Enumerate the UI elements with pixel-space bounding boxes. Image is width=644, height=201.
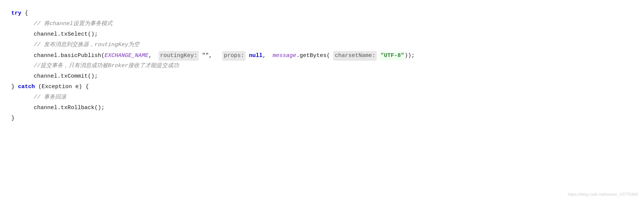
publish-comma2: ,: [262, 51, 273, 60]
keyword-null: null: [249, 51, 262, 60]
keyword-catch: catch: [18, 82, 35, 92]
routing-key-value: "",: [199, 51, 222, 60]
message-param: message: [273, 51, 296, 60]
brace-open: {: [21, 9, 28, 18]
utf8-value: "UTF-8": [380, 51, 404, 60]
txcommit-call: channel.txCommit();: [34, 72, 98, 81]
code-block: try { // 将channel设置为事务模式 channel.txSelec…: [0, 0, 644, 201]
line-catch: } catch (Exception e) {: [11, 82, 633, 93]
comment-channel-tx: // 将channel设置为事务模式: [34, 20, 112, 28]
line-publish: channel.basicPublish(EXCHANGE_NAME, rout…: [11, 51, 633, 62]
publish-close: ));: [404, 51, 415, 60]
charset-space: [377, 51, 380, 60]
line-txcommit: channel.txCommit();: [11, 72, 633, 82]
props-space: [246, 51, 249, 60]
comment-rollback: // 事务回滚: [34, 93, 66, 102]
line-txrollback: channel.txRollback();: [11, 104, 633, 114]
publish-prefix: channel.basicPublish(: [34, 51, 105, 60]
charset-label: charsetName:: [333, 51, 377, 61]
routing-key-label: routingKey:: [159, 51, 199, 61]
line-try: try {: [11, 9, 633, 20]
line-comment2: // 发布消息到交换器，routingKey为空: [11, 40, 633, 51]
keyword-try: try: [11, 9, 21, 18]
brace-close-catch: }: [11, 114, 15, 123]
line-txselect: channel.txSelect();: [11, 30, 633, 40]
props-label: props:: [222, 51, 246, 61]
line-comment1: // 将channel设置为事务模式: [11, 20, 633, 30]
line-comment3: //提交事务，只有消息成功被Broker接收了才能提交成功: [11, 62, 633, 72]
comment-publish: // 发布消息到交换器，routingKey为空: [34, 40, 139, 50]
txrollback-call: channel.txRollback();: [34, 104, 105, 112]
line-close: }: [11, 114, 633, 124]
txselect-call: channel.txSelect();: [34, 30, 98, 39]
comment-commit: //提交事务，只有消息成功被Broker接收了才能提交成功: [34, 62, 179, 70]
brace-close-try: }: [11, 82, 18, 92]
publish-comma1: ,: [148, 51, 159, 60]
getbytes-prefix: .getBytes(: [296, 51, 333, 60]
exchange-name-param: EXCHANGE_NAME: [105, 51, 148, 60]
line-comment4: // 事务回滚: [11, 93, 633, 104]
watermark: https://blog.csdn.net/weixin_43770366: [568, 191, 638, 198]
catch-params: (Exception e) {: [35, 82, 89, 92]
